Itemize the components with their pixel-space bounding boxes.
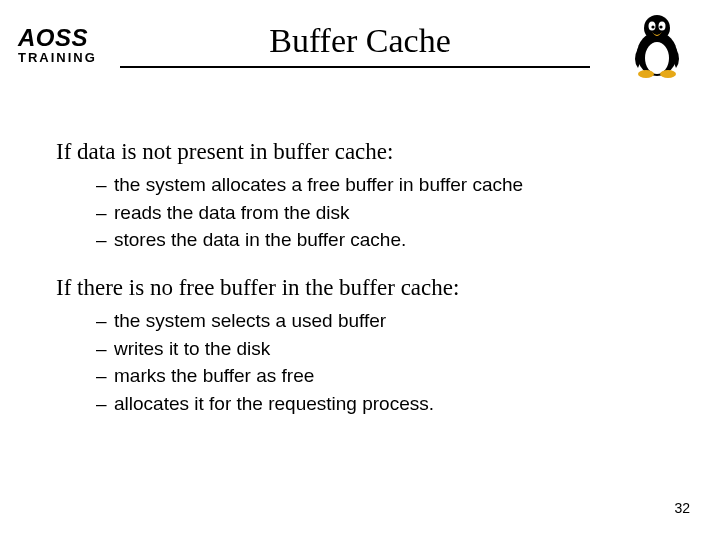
- svg-point-6: [659, 25, 662, 28]
- logo: AOSS TRAINING: [18, 26, 97, 64]
- header-divider: [120, 66, 590, 68]
- list-item: – allocates it for the requesting proces…: [96, 392, 700, 416]
- list-item-text: reads the data from the disk: [114, 201, 350, 225]
- list-item-text: marks the buffer as free: [114, 364, 314, 388]
- list-item-text: stores the data in the buffer cache.: [114, 228, 406, 252]
- dash-icon: –: [96, 309, 114, 333]
- list-item-text: the system selects a used buffer: [114, 309, 386, 333]
- svg-point-1: [645, 42, 669, 74]
- penguin-icon: [628, 10, 686, 78]
- dash-icon: –: [96, 228, 114, 252]
- list-item: – marks the buffer as free: [96, 364, 700, 388]
- dash-icon: –: [96, 364, 114, 388]
- list-item: – the system allocates a free buffer in …: [96, 173, 700, 197]
- slide-header: AOSS TRAINING Buffer Cache: [0, 0, 720, 88]
- list-item: – reads the data from the disk: [96, 201, 700, 225]
- dash-icon: –: [96, 337, 114, 361]
- logo-text-bottom: TRAINING: [18, 51, 97, 64]
- section-heading-1: If data is not present in buffer cache:: [56, 138, 700, 167]
- list-item-text: allocates it for the requesting process.: [114, 392, 434, 416]
- dash-icon: –: [96, 173, 114, 197]
- list-item-text: the system allocates a free buffer in bu…: [114, 173, 523, 197]
- section-heading-2: If there is no free buffer in the buffer…: [56, 274, 700, 303]
- list-item: – the system selects a used buffer: [96, 309, 700, 333]
- list-item: – stores the data in the buffer cache.: [96, 228, 700, 252]
- slide-content: If data is not present in buffer cache: …: [0, 88, 720, 416]
- bullet-list-1: – the system allocates a free buffer in …: [56, 173, 700, 252]
- page-title: Buffer Cache: [0, 18, 720, 60]
- dash-icon: –: [96, 201, 114, 225]
- page-number: 32: [674, 500, 690, 516]
- list-item: – writes it to the disk: [96, 337, 700, 361]
- svg-point-2: [644, 15, 670, 41]
- svg-point-7: [638, 70, 654, 78]
- svg-point-8: [660, 70, 676, 78]
- logo-text-top: AOSS: [18, 26, 97, 50]
- svg-point-5: [651, 25, 654, 28]
- bullet-list-2: – the system selects a used buffer – wri…: [56, 309, 700, 416]
- dash-icon: –: [96, 392, 114, 416]
- list-item-text: writes it to the disk: [114, 337, 270, 361]
